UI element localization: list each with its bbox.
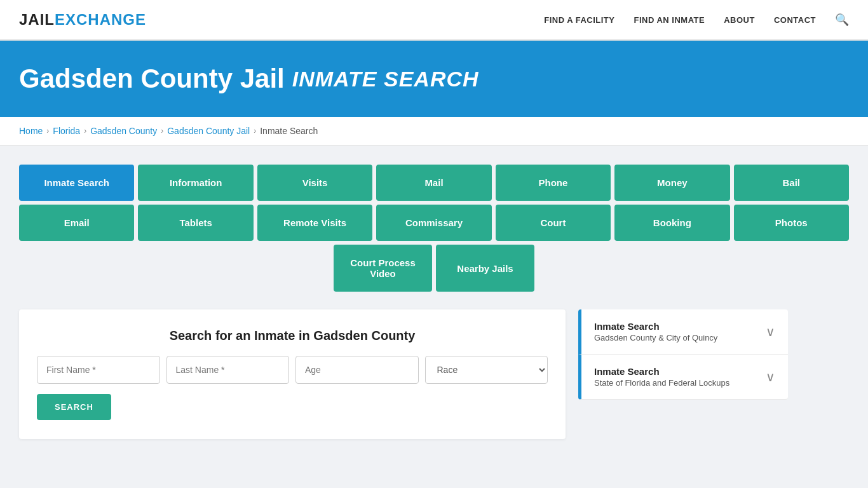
search-fields: Race White Black Hispanic Asian Other — [37, 356, 548, 384]
site-logo[interactable]: JAILEXCHANGE — [19, 11, 146, 29]
nav-contact[interactable]: CONTACT — [774, 15, 816, 25]
breadcrumb-sep-2: › — [84, 126, 86, 135]
btn-money[interactable]: Money — [614, 165, 729, 201]
chevron-down-icon: ∨ — [766, 324, 775, 339]
nav-find-an-inmate[interactable]: FIND AN INMATE — [634, 15, 705, 25]
breadcrumb-sep-1: › — [46, 126, 49, 135]
breadcrumb-gadsden-county[interactable]: Gadsden County — [90, 126, 157, 136]
btn-remote-visits[interactable]: Remote Visits — [257, 205, 372, 241]
sidebar: Inmate Search Gadsden County & City of Q… — [578, 309, 788, 400]
nav-find-a-facility[interactable]: FIND A FACILITY — [544, 15, 614, 25]
btn-nearby-jails[interactable]: Nearby Jails — [436, 245, 534, 292]
btn-mail[interactable]: Mail — [376, 165, 491, 201]
nav-button-row-3: Court Process Video Nearby Jails — [19, 245, 849, 292]
search-submit-button[interactable]: SEARCH — [37, 394, 111, 420]
chevron-down-icon-2: ∨ — [766, 369, 775, 384]
hero-title-italic: INMATE SEARCH — [292, 67, 479, 92]
breadcrumb-florida[interactable]: Florida — [53, 126, 80, 136]
btn-phone[interactable]: Phone — [496, 165, 611, 201]
sidebar-item-gadsden[interactable]: Inmate Search Gadsden County & City of Q… — [578, 309, 788, 355]
btn-commissary[interactable]: Commissary — [376, 205, 491, 241]
logo-exchange-text: EXCHANGE — [55, 11, 146, 28]
breadcrumb-current: Inmate Search — [260, 126, 318, 136]
btn-inmate-search[interactable]: Inmate Search — [19, 165, 134, 201]
last-name-input[interactable] — [166, 356, 290, 384]
first-name-input[interactable] — [37, 356, 160, 384]
nav-button-row-2: Email Tablets Remote Visits Commissary C… — [19, 205, 849, 241]
sidebar-item-gadsden-text: Inmate Search Gadsden County & City of Q… — [594, 321, 717, 342]
hero-title: Gadsden County Jail INMATE SEARCH — [19, 64, 849, 94]
btn-photos[interactable]: Photos — [734, 205, 849, 241]
btn-information[interactable]: Information — [138, 165, 253, 201]
hero-banner: Gadsden County Jail INMATE SEARCH — [0, 41, 868, 117]
site-header: JAILEXCHANGE FIND A FACILITY FIND AN INM… — [0, 0, 868, 41]
content-row: Search for an Inmate in Gadsden County R… — [19, 309, 849, 439]
search-panel-title: Search for an Inmate in Gadsden County — [37, 329, 548, 343]
btn-court-process-video[interactable]: Court Process Video — [334, 245, 432, 292]
sidebar-item-florida-title: Inmate Search — [594, 366, 729, 377]
sidebar-item-gadsden-subtitle: Gadsden County & City of Quincy — [594, 333, 717, 342]
search-panel: Search for an Inmate in Gadsden County R… — [19, 309, 566, 439]
btn-tablets[interactable]: Tablets — [138, 205, 253, 241]
breadcrumb-sep-4: › — [254, 126, 256, 135]
nav-about[interactable]: ABOUT — [724, 15, 755, 25]
btn-booking[interactable]: Booking — [614, 205, 729, 241]
logo-jail-text: JAIL — [19, 11, 55, 28]
nav-button-row-1: Inmate Search Information Visits Mail Ph… — [19, 165, 849, 201]
sidebar-item-florida-text: Inmate Search State of Florida and Feder… — [594, 366, 729, 388]
header-search-button[interactable]: 🔍 — [835, 13, 849, 27]
breadcrumb: Home › Florida › Gadsden County › Gadsde… — [0, 117, 868, 146]
hero-title-main: Gadsden County Jail — [19, 64, 285, 94]
btn-court[interactable]: Court — [496, 205, 611, 241]
breadcrumb-home[interactable]: Home — [19, 126, 43, 136]
race-select[interactable]: Race White Black Hispanic Asian Other — [425, 356, 548, 384]
btn-bail[interactable]: Bail — [734, 165, 849, 201]
main-content: Inmate Search Information Visits Mail Ph… — [0, 146, 868, 458]
main-nav: FIND A FACILITY FIND AN INMATE ABOUT CON… — [544, 13, 849, 27]
nav-button-grid: Inmate Search Information Visits Mail Ph… — [19, 165, 849, 292]
sidebar-item-florida-subtitle: State of Florida and Federal Lockups — [594, 378, 729, 388]
btn-email[interactable]: Email — [19, 205, 134, 241]
sidebar-item-florida[interactable]: Inmate Search State of Florida and Feder… — [578, 355, 788, 400]
age-input[interactable] — [295, 356, 419, 384]
btn-visits[interactable]: Visits — [257, 165, 372, 201]
sidebar-item-gadsden-title: Inmate Search — [594, 321, 717, 332]
breadcrumb-gadsden-jail[interactable]: Gadsden County Jail — [167, 126, 250, 136]
breadcrumb-sep-3: › — [161, 126, 163, 135]
